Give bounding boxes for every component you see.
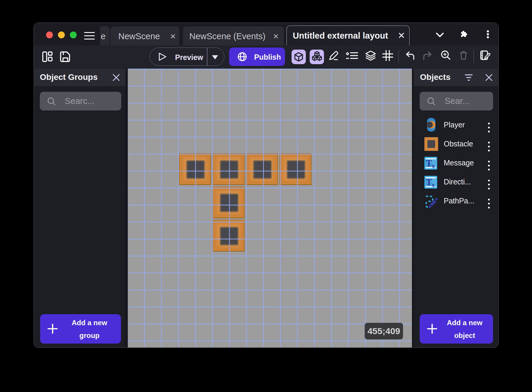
svg-text:T: T (426, 177, 432, 187)
svg-text:T: T (426, 158, 432, 168)
svg-text:x: x (432, 182, 435, 188)
svg-text:x: x (432, 163, 435, 169)
